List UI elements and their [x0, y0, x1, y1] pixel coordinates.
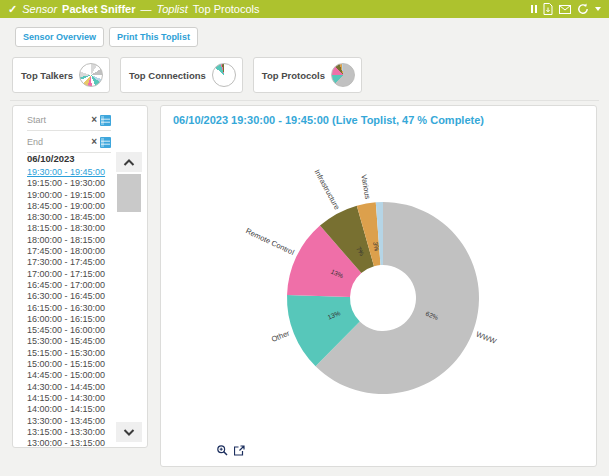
interval-date-header: 06/10/2023 [27, 153, 75, 164]
scroll-down-button[interactable] [116, 422, 142, 442]
scrollbar-thumb[interactable] [117, 174, 141, 212]
interval-item[interactable]: 13:00:00 - 13:15:00 [27, 438, 111, 449]
pie-chart-icon [212, 63, 236, 87]
email-icon[interactable] [559, 5, 571, 14]
pause-icon[interactable] [531, 5, 537, 13]
sensor-overview-button[interactable]: Sensor Overview [15, 27, 104, 47]
status-check-icon: ✓ [8, 3, 17, 16]
header-action-icons [531, 3, 601, 15]
interval-item[interactable]: 18:15:00 - 18:30:00 [27, 223, 111, 234]
tab-label: Top Connections [129, 70, 206, 81]
interval-item[interactable]: 13:15:00 - 13:30:00 [27, 427, 111, 438]
tab-top-talkers[interactable]: Top Talkers [12, 57, 110, 93]
interval-item[interactable]: 15:15:00 - 15:30:00 [27, 348, 111, 359]
calendar-icon[interactable] [100, 115, 111, 126]
toplist-type-label: Toplist [156, 3, 187, 15]
toolbar: Sensor Overview Print This Toplist [15, 27, 198, 47]
interval-item[interactable]: 15:45:00 - 16:00:00 [27, 325, 111, 336]
clear-start-icon[interactable]: × [91, 115, 97, 125]
interval-item[interactable]: 15:30:00 - 15:45:00 [27, 336, 111, 347]
sensor-name[interactable]: Packet Sniffer [62, 3, 135, 15]
interval-item[interactable]: 17:45:00 - 18:00:00 [27, 246, 111, 257]
end-date-input[interactable] [27, 137, 88, 147]
interval-item[interactable]: 16:45:00 - 17:00:00 [27, 280, 111, 291]
slice-name-label: Remote Control [244, 226, 296, 257]
interval-item[interactable]: 16:30:00 - 16:45:00 [27, 291, 111, 302]
tab-top-protocols[interactable]: Top Protocols [253, 57, 362, 93]
start-date-row: × [27, 110, 111, 131]
interval-item[interactable]: 18:30:00 - 18:45:00 [27, 212, 111, 223]
interval-item[interactable]: 17:30:00 - 17:45:00 [27, 257, 111, 268]
report-icon[interactable] [543, 3, 553, 15]
protocol-donut-chart: 62%WWW13%Other13%Remote Control7%Infrast… [161, 106, 598, 468]
tab-label: Top Protocols [262, 70, 325, 81]
chevron-up-icon [123, 159, 135, 166]
sensor-type-label: Sensor [22, 3, 57, 15]
interval-item[interactable]: 18:00:00 - 18:15:00 [27, 235, 111, 246]
interval-item[interactable]: 13:30:00 - 13:45:00 [27, 416, 111, 427]
header-separator: — [140, 3, 151, 15]
sensor-header-bar: ✓ Sensor Packet Sniffer — Toplist Top Pr… [0, 0, 609, 18]
tab-top-connections[interactable]: Top Connections [120, 57, 243, 93]
interval-item[interactable]: 14:00:00 - 14:15:00 [27, 404, 111, 415]
slice-name-label: WWW [475, 330, 499, 347]
interval-item[interactable]: 14:15:00 - 14:30:00 [27, 393, 111, 404]
start-date-input[interactable] [27, 115, 88, 125]
print-toplist-button[interactable]: Print This Toplist [109, 27, 198, 47]
slice-name-label: Infrastructure [313, 168, 342, 211]
toplist-tabs: Top Talkers Top Connections Top Protocol… [12, 57, 362, 93]
interval-item[interactable]: 19:00:00 - 19:15:00 [27, 190, 111, 201]
clear-end-icon[interactable]: × [91, 137, 97, 147]
slice-name-label: Various [359, 174, 372, 200]
zoom-in-icon[interactable] [217, 445, 228, 456]
interval-item[interactable]: 15:00:00 - 15:15:00 [27, 359, 111, 370]
external-link-icon[interactable] [234, 445, 245, 456]
chevron-down-icon [123, 429, 135, 436]
interval-item[interactable]: 17:00:00 - 17:15:00 [27, 269, 111, 280]
interval-item[interactable]: 19:30:00 - 19:45:00 [27, 167, 111, 178]
caret-down-icon[interactable] [595, 7, 601, 11]
toplist-name: Top Protocols [193, 3, 260, 15]
interval-item[interactable]: 19:15:00 - 19:30:00 [27, 178, 111, 189]
scroll-up-button[interactable] [116, 152, 142, 172]
refresh-icon[interactable] [577, 3, 589, 15]
interval-item[interactable]: 18:45:00 - 19:00:00 [27, 201, 111, 212]
slice-name-label: Other [270, 328, 291, 344]
end-date-row: × [27, 132, 111, 153]
toplist-chart-panel: 06/10/2023 19:30:00 - 19:45:00 (Live Top… [160, 105, 597, 467]
interval-item[interactable]: 16:15:00 - 16:30:00 [27, 303, 111, 314]
time-filter-panel: × × 06/10/2023 19:30:00 - 19:45:0019:15:… [12, 105, 148, 448]
pie-chart-icon [331, 63, 355, 87]
tab-label: Top Talkers [21, 70, 73, 81]
interval-item[interactable]: 14:30:00 - 14:45:00 [27, 382, 111, 393]
interval-list: 19:30:00 - 19:45:0019:15:00 - 19:30:0019… [27, 167, 111, 449]
interval-item[interactable]: 16:00:00 - 16:15:00 [27, 314, 111, 325]
chart-actions [217, 445, 245, 456]
interval-item[interactable]: 14:45:00 - 15:00:00 [27, 370, 111, 381]
section-divider [10, 100, 599, 101]
calendar-icon[interactable] [100, 137, 111, 148]
pie-chart-icon [79, 63, 103, 87]
interval-scrollbar[interactable] [116, 152, 142, 442]
